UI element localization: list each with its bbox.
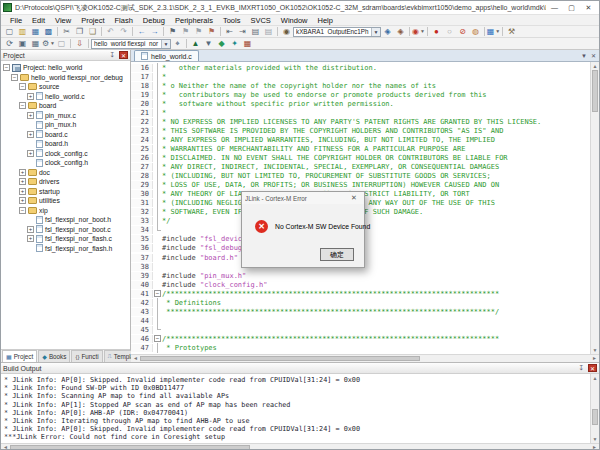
expand-icon[interactable]: + xyxy=(27,150,34,157)
tree-item-fsl-flexspi-nor-flash-h[interactable]: fsl_flexspi_nor_flash.h xyxy=(1,244,130,254)
bookmark-next-icon[interactable]: ⚑ xyxy=(192,26,205,37)
edit-target-icon[interactable]: ⌖ xyxy=(171,38,184,49)
panel-tab-project[interactable]: ▦Project xyxy=(2,350,37,362)
expand-icon[interactable]: + xyxy=(27,112,34,119)
scroll-down-icon[interactable]: ▼ xyxy=(591,436,599,442)
build-output-horizontal-scrollbar[interactable]: ◄ ► xyxy=(1,443,599,450)
menu-item-peripherals[interactable]: Peripherals xyxy=(170,16,218,25)
menu-item-tools[interactable]: Tools xyxy=(218,16,246,25)
rebuild-icon[interactable]: ▦ xyxy=(29,38,42,49)
tab-close-icon[interactable]: ✕ xyxy=(591,52,596,59)
menu-item-svcs[interactable]: SVCS xyxy=(245,16,275,25)
tree-item-pin-mux-h[interactable]: pin_mux.h xyxy=(1,120,130,130)
dialog-close-icon[interactable]: ✕ xyxy=(347,194,361,202)
copy-icon[interactable]: ❐ xyxy=(73,26,86,37)
expand-icon[interactable]: + xyxy=(27,131,34,138)
bookmark-clear-icon[interactable]: ⚑ xyxy=(205,26,218,37)
comment-icon[interactable]: ▤ xyxy=(249,26,262,37)
tree-item-fsl-flexspi-nor-flash-c[interactable]: +fsl_flexspi_nor_flash.c xyxy=(1,234,130,244)
stop-build-icon[interactable]: ▢ xyxy=(55,38,68,49)
tree-item-fsl-flexspi-nor-boot-c[interactable]: +fsl_flexspi_nor_boot.c xyxy=(1,225,130,235)
editor-vscroll-thumb[interactable] xyxy=(592,70,598,112)
indent-right-icon[interactable]: ⇥ xyxy=(236,26,249,37)
panel-tab-books[interactable]: ◆Books xyxy=(38,350,70,362)
expand-icon[interactable]: + xyxy=(27,235,34,242)
pack-installer-icon[interactable]: ▦ xyxy=(241,38,254,49)
tree-item-hello-world-c[interactable]: +hello_world.c xyxy=(1,92,130,102)
expand-icon[interactable]: + xyxy=(19,197,26,204)
build-output-close-icon[interactable]: ✕ xyxy=(588,364,597,372)
batch-build-icon[interactable]: ⚙▼ xyxy=(42,38,55,49)
breakpoint-kill-all-icon[interactable]: ⊘ xyxy=(456,26,469,37)
tree-item-pin-mux-c[interactable]: +pin_mux.c xyxy=(1,111,130,121)
minimize-button[interactable]: — xyxy=(546,1,563,14)
fold-collapse-icon[interactable]: − xyxy=(154,290,161,297)
tree-item-xip[interactable]: −xip xyxy=(1,206,130,216)
bookmark-toggle-icon[interactable]: ⚑ xyxy=(166,26,179,37)
collapse-icon[interactable]: − xyxy=(11,74,18,81)
find-icon[interactable]: ◈ xyxy=(381,26,394,37)
tree-item-project-hello-world[interactable]: −Project: hello_world xyxy=(1,63,130,73)
expand-icon[interactable]: + xyxy=(19,169,26,176)
find-in-files-icon[interactable]: ◉ xyxy=(280,26,293,37)
select-packs-icon[interactable]: ◆ xyxy=(215,38,228,49)
find-all-references-icon[interactable]: ◉▼ xyxy=(412,26,425,37)
collapse-icon[interactable]: − xyxy=(19,207,26,214)
save-all-icon[interactable]: ▩ xyxy=(42,26,55,37)
expand-icon[interactable]: + xyxy=(27,93,34,100)
chevron-down-icon[interactable]: ▼ xyxy=(161,40,170,48)
navigate-back-icon[interactable]: ← xyxy=(135,26,148,37)
menu-item-flash[interactable]: Flash xyxy=(110,16,138,25)
undo-icon[interactable]: ↶ xyxy=(104,26,117,37)
editor-vertical-scrollbar[interactable]: ▲ ▼ xyxy=(590,62,599,354)
scroll-up-icon[interactable]: ▲ xyxy=(591,375,599,381)
tree-item-fsl-flexspi-nor-boot-h[interactable]: fsl_flexspi_nor_boot.h xyxy=(1,215,130,225)
breakpoint-disable-icon[interactable]: ○ xyxy=(443,26,456,37)
debug-windows-icon[interactable]: ▦▼ xyxy=(487,26,500,37)
dialog-title-bar[interactable]: JLink - Cortex-M Error ✕ xyxy=(242,192,364,204)
pin-icon[interactable]: ↧ xyxy=(108,51,117,59)
tree-item-board-c[interactable]: +board.c xyxy=(1,130,130,140)
build-output-log[interactable]: * JLink Info: AP[0]: Skipped. Invalid im… xyxy=(1,374,590,443)
indent-left-icon[interactable]: ⇤ xyxy=(223,26,236,37)
tree-item-board[interactable]: −board xyxy=(1,101,130,111)
menu-item-help[interactable]: Help xyxy=(313,16,338,25)
build-icon[interactable]: ▣ xyxy=(16,38,29,49)
panel-tab-functi[interactable]: {}Functi xyxy=(71,350,102,362)
breakpoint-icon[interactable]: ● xyxy=(430,26,443,37)
tree-item-hello-world-flexspi-nor-debug[interactable]: −hello_world flexspi_nor_debug xyxy=(1,73,130,83)
menu-item-file[interactable]: File xyxy=(5,16,27,25)
breakpoint-enable-all-icon[interactable]: ◍ xyxy=(469,26,482,37)
collapse-icon[interactable]: − xyxy=(19,102,26,109)
expand-icon[interactable]: + xyxy=(19,178,26,185)
build-output-hscroll-thumb[interactable] xyxy=(10,445,250,450)
tab-hello-world-c[interactable]: hello_world.c xyxy=(134,50,199,61)
open-file-icon[interactable]: ▥ xyxy=(16,26,29,37)
build-output-vertical-scrollbar[interactable]: ▲ ▼ xyxy=(590,374,599,443)
menu-item-edit[interactable]: Edit xyxy=(27,16,50,25)
tree-item-board-h[interactable]: board.h xyxy=(1,139,130,149)
uncomment-icon[interactable]: ▤ xyxy=(262,26,275,37)
manage-folders-icon[interactable]: ▼ xyxy=(202,38,215,49)
collapse-icon[interactable]: − xyxy=(3,64,10,71)
manage-rte-icon[interactable]: ▲ xyxy=(189,38,202,49)
refresh-packs-icon[interactable]: ✦ xyxy=(228,38,241,49)
tree-item-clock-config-h[interactable]: clock_config.h xyxy=(1,158,130,168)
scroll-up-icon[interactable]: ▲ xyxy=(591,63,599,69)
navigate-forward-icon[interactable]: → xyxy=(148,26,161,37)
menu-item-view[interactable]: View xyxy=(50,16,76,25)
menu-item-window[interactable]: Window xyxy=(276,16,313,25)
tab-list-dropdown-icon[interactable]: ▼ xyxy=(581,53,587,59)
chevron-down-icon[interactable]: ▼ xyxy=(495,29,500,34)
cut-icon[interactable]: ✂ xyxy=(60,26,73,37)
scroll-right-icon[interactable]: ► xyxy=(592,444,597,450)
scroll-left-icon[interactable]: ◄ xyxy=(133,355,138,362)
chevron-down-icon[interactable]: ▼ xyxy=(420,29,425,34)
tree-item-drivers[interactable]: +drivers xyxy=(1,177,130,187)
editor-hscroll-thumb[interactable] xyxy=(140,356,420,361)
editor-horizontal-scrollbar[interactable]: ◄ ► xyxy=(131,354,599,362)
redo-icon[interactable]: ↷ xyxy=(117,26,130,37)
project-tree[interactable]: −Project: hello_world−hello_world flexsp… xyxy=(1,61,130,349)
search-combo[interactable]: kXBARA1_OutputEnc1Ph▼ xyxy=(293,27,381,37)
scroll-down-icon[interactable]: ▼ xyxy=(591,347,599,353)
